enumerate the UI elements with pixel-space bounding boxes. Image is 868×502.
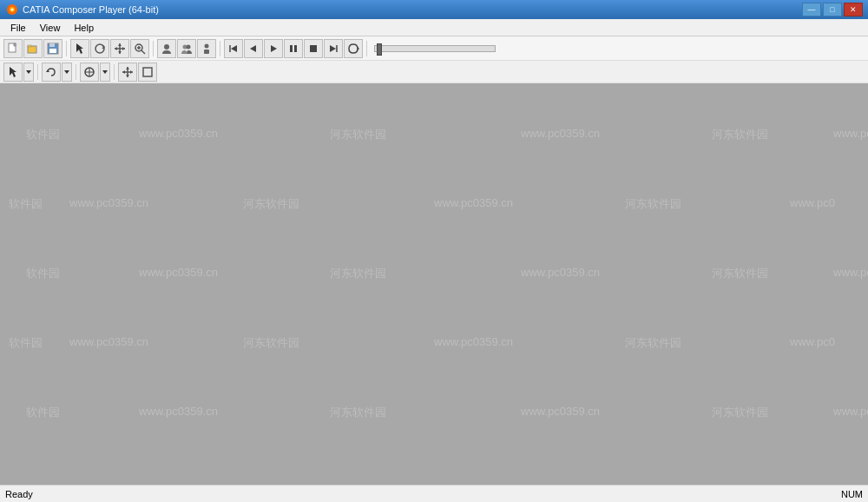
playback-buttons [224, 39, 363, 58]
save-button[interactable] [43, 39, 62, 58]
svg-point-24 [205, 43, 209, 48]
user3-button[interactable] [197, 39, 216, 58]
svg-marker-34 [330, 45, 336, 52]
sep4 [366, 41, 367, 56]
watermark: www.pc0 [833, 405, 868, 418]
menu-view[interactable]: View [33, 21, 68, 35]
svg-marker-36 [10, 67, 16, 77]
watermark: 河东软件园 [625, 196, 681, 212]
watermark: 河东软件园 [712, 405, 768, 420]
svg-marker-15 [115, 47, 117, 50]
new-button[interactable] [3, 39, 23, 58]
svg-marker-47 [126, 75, 129, 77]
svg-marker-48 [122, 70, 125, 74]
select-tool-group [3, 63, 34, 82]
title-left: CATIA Composer Player (64-bit) [5, 3, 159, 17]
move-button[interactable] [118, 63, 137, 82]
nav-dropdown[interactable] [100, 63, 110, 82]
watermark: 河东软件园 [625, 335, 681, 351]
sep-t2-2 [76, 64, 76, 80]
svg-rect-7 [49, 43, 55, 47]
watermark: www.pc0359.cn [434, 196, 513, 209]
watermark: 软件园 [26, 405, 60, 420]
status-text: Ready [5, 489, 33, 499]
play-button[interactable] [264, 39, 283, 58]
select-tool-dropdown[interactable] [23, 63, 34, 82]
svg-marker-16 [122, 47, 125, 50]
user2-button[interactable] [177, 39, 196, 58]
file-buttons [3, 39, 62, 58]
sep3 [220, 41, 220, 56]
box-button[interactable] [138, 63, 157, 82]
watermark: 河东软件园 [243, 196, 299, 212]
move-group [118, 63, 157, 82]
svg-marker-29 [271, 45, 277, 52]
watermark: www.pc0359.cn [521, 405, 600, 418]
rotate-button[interactable] [90, 39, 109, 58]
undo-button[interactable] [42, 63, 61, 82]
svg-marker-43 [102, 70, 108, 74]
playback-slider[interactable] [374, 45, 496, 52]
first-frame-button[interactable] [224, 39, 243, 58]
watermark: 河东软件园 [712, 127, 768, 142]
pause-button[interactable] [284, 39, 303, 58]
zoom-button[interactable] [130, 39, 149, 58]
watermark: www.pc0 [790, 196, 835, 209]
title-bar: CATIA Composer Player (64-bit) — □ ✕ [0, 0, 868, 19]
stop-button[interactable] [304, 39, 323, 58]
svg-marker-14 [118, 51, 122, 54]
svg-marker-13 [118, 43, 122, 46]
watermark: 河东软件园 [712, 266, 768, 281]
user1-button[interactable] [157, 39, 176, 58]
svg-rect-5 [28, 45, 31, 47]
watermark: 软件园 [9, 335, 43, 351]
close-button[interactable]: ✕ [844, 3, 863, 17]
sep-t2-1 [37, 64, 38, 80]
main-canvas[interactable]: 软件园 www.pc0359.cn 河东软件园 www.pc0359.cn 河东… [0, 83, 868, 485]
svg-rect-25 [204, 50, 209, 54]
svg-marker-27 [231, 45, 237, 52]
watermark: www.pc0 [833, 127, 868, 140]
svg-rect-32 [310, 45, 317, 52]
prev-button[interactable] [244, 39, 263, 58]
nav-cursor-buttons [70, 39, 149, 58]
undo-dropdown[interactable] [62, 63, 72, 82]
watermark: www.pc0359.cn [521, 266, 600, 279]
pan-button[interactable] [110, 39, 129, 58]
menu-bar: File View Help [0, 19, 868, 36]
svg-marker-49 [130, 70, 133, 74]
svg-point-23 [187, 44, 191, 49]
svg-rect-50 [143, 68, 152, 76]
cursor-button[interactable] [70, 39, 89, 58]
minimize-button[interactable]: — [802, 3, 821, 17]
watermark: www.pc0 [833, 266, 868, 279]
last-frame-button[interactable] [324, 39, 343, 58]
status-bar: Ready NUM [0, 485, 868, 502]
nav-group [80, 63, 110, 82]
watermark: www.pc0359.cn [69, 196, 148, 209]
nav-button[interactable] [80, 63, 99, 82]
maximize-button[interactable]: □ [823, 3, 842, 17]
loop-button[interactable] [344, 39, 363, 58]
svg-marker-46 [126, 67, 129, 69]
svg-rect-31 [294, 45, 297, 52]
window-title: CATIA Composer Player (64-bit) [23, 4, 159, 15]
svg-marker-9 [76, 43, 83, 54]
select-tool-button[interactable] [3, 63, 23, 82]
menu-help[interactable]: Help [67, 21, 101, 35]
svg-rect-30 [290, 45, 293, 52]
watermark: www.pc0359.cn [69, 335, 148, 348]
slider-thumb[interactable] [377, 43, 382, 56]
svg-point-21 [164, 44, 169, 50]
svg-line-18 [141, 50, 145, 54]
menu-file[interactable]: File [3, 21, 33, 35]
svg-marker-39 [64, 70, 69, 74]
watermark: 河东软件园 [330, 266, 386, 281]
svg-rect-8 [49, 49, 56, 53]
watermark: www.pc0359.cn [139, 405, 218, 418]
window-controls: — □ ✕ [802, 3, 863, 17]
watermark: www.pc0359.cn [434, 335, 513, 348]
sep-t2-3 [114, 64, 115, 80]
open-button[interactable] [23, 39, 43, 58]
watermark: www.pc0 [790, 335, 835, 348]
